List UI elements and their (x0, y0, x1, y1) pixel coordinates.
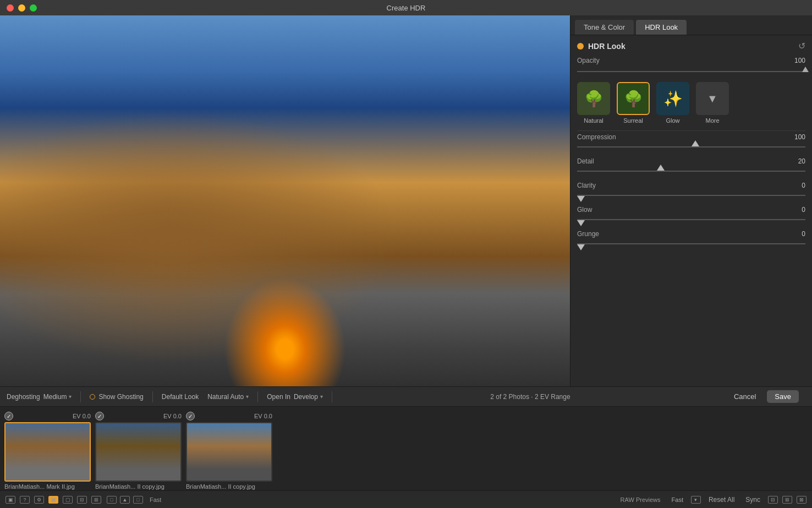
detail-header: Detail 20 (577, 157, 805, 165)
clarity-value: 0 (802, 182, 805, 189)
open-in-dropdown[interactable]: Develop ▾ (294, 393, 323, 401)
filmstrip-right-tools: RAW Previews Fast ▾ Reset All Sync ⊟ ⊞ ⊠ (617, 495, 806, 505)
preset-surreal-label: Surreal (623, 117, 643, 124)
arrange-icon-3[interactable]: ⊠ (797, 496, 806, 504)
preset-glow[interactable]: ✨ Glow (656, 82, 689, 124)
ghosting-group: Show Ghosting (90, 393, 143, 401)
photo-ev-1: EV 0.0 (73, 413, 91, 419)
default-look-label: Default Look (162, 393, 199, 401)
tab-hdr-look[interactable]: HDR Look (636, 20, 687, 35)
maximize-button[interactable] (30, 4, 37, 12)
raw-dropdown-arrow[interactable]: ▾ (691, 496, 701, 504)
preset-surreal-thumb: 🌳 (617, 82, 650, 115)
grunge-slider[interactable] (577, 240, 805, 248)
photo-fake-img-2 (96, 423, 180, 480)
grunge-thumb (577, 244, 585, 250)
glow-value: 0 (802, 206, 805, 214)
save-button[interactable]: Save (767, 390, 799, 403)
compare-icon[interactable]: ⊟ (77, 496, 87, 504)
raw-previews-label: RAW Previews (617, 495, 664, 504)
photo-check-1[interactable]: ✓ (4, 412, 13, 420)
glow-label: Glow (577, 206, 592, 214)
titlebar-buttons (7, 4, 37, 12)
clarity-track (577, 195, 805, 196)
open-in-value: Develop (294, 393, 318, 401)
compression-slider[interactable] (577, 143, 805, 151)
cancel-button[interactable]: Cancel (728, 390, 761, 403)
multi-icon[interactable]: ⊞ (91, 496, 101, 504)
open-in-label: Open In (267, 393, 290, 401)
grid-icon[interactable]: ▦ (48, 496, 58, 504)
raw-quality-label: Fast (668, 495, 687, 504)
sync-button[interactable]: Sync (742, 495, 764, 505)
glow-thumb (577, 220, 585, 226)
ghosting-circle (90, 394, 95, 400)
detail-slider[interactable] (577, 167, 805, 175)
photo-check-3[interactable]: ✓ (186, 412, 195, 420)
single-icon[interactable]: ▢ (63, 496, 73, 504)
clarity-slider[interactable] (577, 192, 805, 199)
tab-tone-color[interactable]: Tone & Color (575, 20, 634, 35)
toolbar-sep-1 (80, 391, 81, 402)
divider-1 (577, 130, 805, 131)
arrange-icon-2[interactable]: ⊞ (782, 496, 792, 504)
opacity-value: 100 (786, 57, 805, 64)
photo-fake-img-1 (6, 423, 90, 480)
detail-slider-row: Detail 20 (577, 157, 805, 175)
compression-header: Compression 100 (577, 133, 805, 141)
photo-thumb-1[interactable]: ✓ EV 0.0 BrianMatiash... Mark II.jpg (4, 411, 91, 490)
glow-header: Glow 0 (577, 206, 805, 214)
reset-icon[interactable]: ↺ (798, 41, 805, 51)
presets-grid: 🌳 Natural 🌳 Surreal ✨ Glow ▼ More (577, 82, 805, 124)
gear-icon[interactable]: ⚙ (34, 496, 44, 504)
sort-icon[interactable]: ▲ (120, 496, 130, 504)
photo-thumb-header-2: ✓ EV 0.0 (95, 411, 182, 421)
glow-slider[interactable] (577, 216, 805, 223)
file-check-icon[interactable]: □ (107, 496, 117, 504)
reset-all-button[interactable]: Reset All (705, 495, 738, 505)
compression-value: 100 (794, 133, 805, 141)
photo-thumb-header-1: ✓ EV 0.0 (4, 411, 91, 421)
film-icon[interactable]: ▣ (6, 496, 15, 504)
show-ghosting-label: Show Ghosting (98, 393, 143, 401)
question-icon[interactable]: ? (20, 496, 30, 504)
deghosting-value: Medium (43, 393, 67, 401)
detail-thumb (657, 165, 665, 171)
opacity-thumb (802, 67, 809, 72)
hdr-section: HDR Look ↺ Opacity 100 🌳 Natural (570, 35, 812, 386)
filter-icon[interactable]: □ (133, 496, 143, 504)
grunge-track (577, 243, 805, 244)
preset-natural[interactable]: 🌳 Natural (577, 82, 610, 124)
natural-auto-group: Natural Auto ▾ (207, 393, 249, 401)
photo-thumb-header-3: ✓ EV 0.0 (186, 411, 272, 421)
filmstrip-toolbar: ▣ ? ⚙ ▦ ▢ ⊟ ⊞ □ ▲ □ Fast RAW Previews Fa… (0, 490, 812, 508)
clarity-thumb (577, 196, 585, 202)
natural-auto-arrow: ▾ (246, 394, 249, 400)
arrange-icon-1[interactable]: ⊟ (768, 496, 778, 504)
preset-surreal[interactable]: 🌳 Surreal (617, 82, 650, 124)
clarity-label: Clarity (577, 182, 596, 189)
photo-image-wrap-1 (4, 422, 91, 482)
photo-check-2[interactable]: ✓ (95, 412, 104, 420)
preset-more[interactable]: ▼ More (696, 82, 729, 124)
open-in-arrow: ▾ (320, 394, 323, 400)
grunge-slider-row: Grunge 0 (577, 230, 805, 248)
deghosting-label: Deghosting (7, 393, 40, 401)
photo-name-3: BrianMatiash... II copy.jpg (186, 483, 272, 490)
opacity-slider[interactable] (577, 68, 805, 75)
filmstrip-photos: ✓ EV 0.0 BrianMatiash... Mark II.jpg ✓ E… (0, 407, 812, 490)
photo-image-wrap-3 (186, 422, 272, 482)
photo-thumb-2[interactable]: ✓ EV 0.0 BrianMatiash... II copy.jpg (95, 411, 182, 490)
toolbar-sep-2 (152, 391, 153, 402)
photo-thumb-3[interactable]: ✓ EV 0.0 BrianMatiash... II copy.jpg (186, 411, 272, 490)
minimize-button[interactable] (18, 4, 25, 12)
deghosting-dropdown[interactable]: Medium ▾ (43, 393, 72, 401)
file-section: □ ▲ □ Fast (107, 495, 164, 504)
preset-natural-label: Natural (584, 117, 603, 124)
close-button[interactable] (7, 4, 14, 12)
hdr-section-title: HDR Look (577, 42, 626, 51)
natural-auto-value: Natural Auto (207, 393, 244, 401)
slider-section: Compression 100 Detail 20 (577, 133, 805, 248)
natural-auto-dropdown[interactable]: Natural Auto ▾ (207, 393, 249, 401)
right-panel: Tone & Color HDR Look HDR Look ↺ Opacity… (570, 15, 812, 386)
